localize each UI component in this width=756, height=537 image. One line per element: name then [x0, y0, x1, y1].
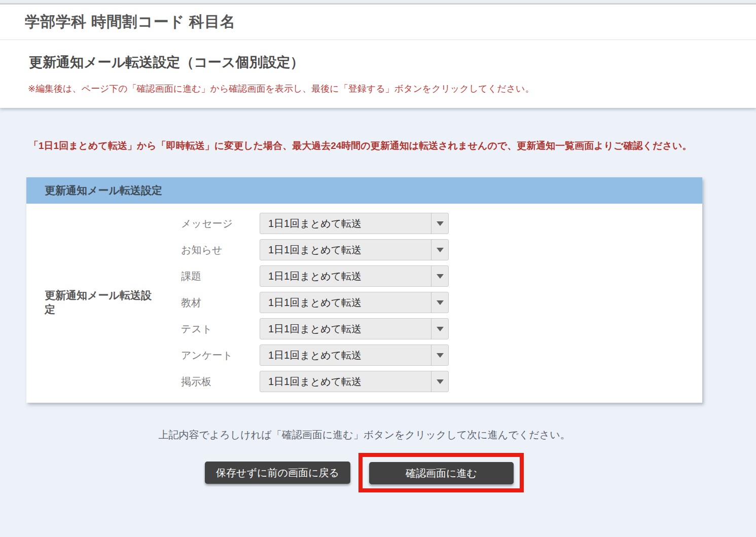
edit-note: ※編集後は、ページ下の「確認画面に進む」から確認画面を表示し、最後に「登録する」… — [28, 83, 756, 95]
select-value: 1日1回まとめて転送 — [260, 375, 431, 389]
setting-row: アンケート 1日1回まとめて転送 — [181, 342, 449, 368]
forwarding-select[interactable]: 1日1回まとめて転送 — [260, 344, 449, 366]
chevron-down-icon — [431, 292, 448, 313]
forwarding-select[interactable]: 1日1回まとめて転送 — [260, 371, 449, 392]
panel-header: 更新通知メール転送設定 — [26, 177, 702, 204]
top-strip — [0, 0, 756, 5]
setting-row: 教材 1日1回まとめて転送 — [181, 289, 449, 316]
forwarding-settings-panel: 更新通知メール転送設定 更新通知メール転送設定 メッセージ 1日1回まとめて転送… — [26, 177, 702, 403]
group-label: 更新通知メール転送設定 — [26, 288, 153, 317]
select-value: 1日1回まとめて転送 — [260, 296, 431, 310]
panel-body: 更新通知メール転送設定 メッセージ 1日1回まとめて転送 お知らせ 1日1回まと… — [26, 204, 702, 403]
setting-row: 課題 1日1回まとめて転送 — [181, 263, 449, 289]
chevron-down-icon — [431, 240, 448, 260]
select-value: 1日1回まとめて転送 — [260, 349, 431, 362]
red-highlight-annotation: 確認画面に進む — [358, 453, 524, 492]
forwarding-select[interactable]: 1日1回まとめて転送 — [260, 265, 449, 287]
footer: 上記内容でよろしければ「確認画面に進む」ボタンをクリックして次に進んでください。… — [26, 428, 702, 492]
chevron-down-icon — [431, 371, 448, 392]
forwarding-select[interactable]: 1日1回まとめて転送 — [260, 292, 449, 313]
chevron-down-icon — [431, 266, 448, 286]
button-row: 保存せずに前の画面に戻る 確認画面に進む — [26, 453, 702, 492]
course-header: 学部学科 時間割コード 科目名 — [0, 5, 756, 40]
forwarding-warning: 「1日1回まとめて転送」から「即時転送」に変更した場合、最大過去24時間の更新通… — [29, 138, 703, 153]
forwarding-select[interactable]: 1日1回まとめて転送 — [260, 318, 449, 339]
forwarding-select[interactable]: 1日1回まとめて転送 — [260, 213, 449, 234]
category-label: テスト — [181, 322, 260, 336]
category-label: メッセージ — [181, 217, 260, 231]
go-to-confirm-button[interactable]: 確認画面に進む — [369, 462, 514, 484]
settings-rows: メッセージ 1日1回まとめて転送 お知らせ 1日1回まとめて転送 課題 1日1回… — [181, 210, 449, 395]
category-label: お知らせ — [181, 243, 260, 257]
setting-row: テスト 1日1回まとめて転送 — [181, 316, 449, 342]
chevron-down-icon — [431, 345, 448, 365]
category-label: 掲示板 — [181, 375, 260, 389]
select-value: 1日1回まとめて転送 — [260, 322, 431, 336]
forwarding-select[interactable]: 1日1回まとめて転送 — [260, 239, 449, 260]
select-value: 1日1回まとめて転送 — [260, 270, 431, 283]
page-title: 学部学科 時間割コード 科目名 — [25, 12, 236, 32]
chevron-down-icon — [431, 319, 448, 339]
category-label: 課題 — [181, 270, 260, 283]
panel-header-title: 更新通知メール転送設定 — [26, 183, 162, 198]
category-label: アンケート — [181, 349, 260, 362]
setting-row: 掲示板 1日1回まとめて転送 — [181, 368, 449, 395]
setting-row: お知らせ 1日1回まとめて転送 — [181, 237, 449, 263]
category-label: 教材 — [181, 296, 260, 310]
back-without-save-button[interactable]: 保存せずに前の画面に戻る — [205, 462, 350, 484]
select-value: 1日1回まとめて転送 — [260, 243, 431, 257]
confirm-instruction: 上記内容でよろしければ「確認画面に進む」ボタンをクリックして次に進んでください。 — [26, 428, 702, 442]
setting-row: メッセージ 1日1回まとめて転送 — [181, 210, 449, 237]
page-subheader: 更新通知メール転送設定（コース個別設定） ※編集後は、ページ下の「確認画面に進む… — [0, 40, 756, 108]
settings-page-title: 更新通知メール転送設定（コース個別設定） — [29, 53, 756, 71]
chevron-down-icon — [431, 213, 448, 234]
main-content: 「1日1回まとめて転送」から「即時転送」に変更した場合、最大過去24時間の更新通… — [0, 108, 756, 492]
select-value: 1日1回まとめて転送 — [260, 217, 431, 231]
group-label-cell: 更新通知メール転送設定 — [26, 210, 181, 395]
